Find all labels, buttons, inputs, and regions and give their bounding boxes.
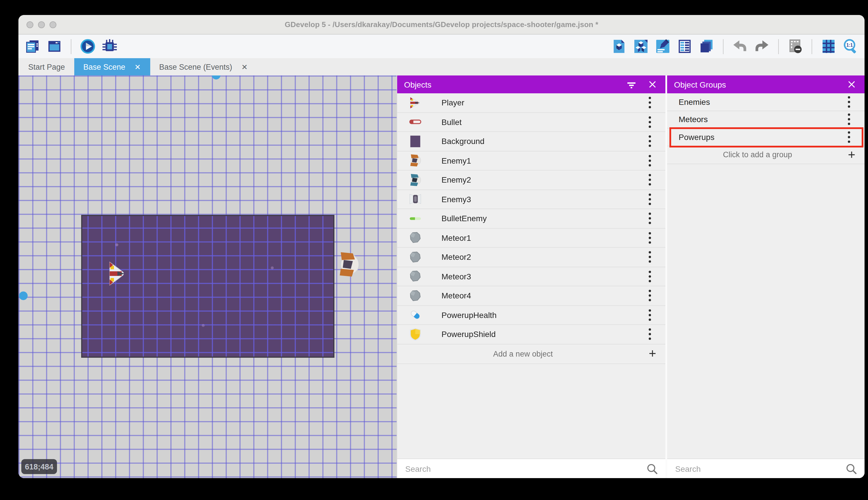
zoom-1-1-icon[interactable]: 1:1	[842, 38, 859, 55]
gdevelop-window: GDevelop 5 - /Users/dkarakay/Documents/G…	[19, 15, 865, 478]
object-row[interactable]: PowerupHealth	[397, 306, 665, 325]
powerup-health-icon	[408, 308, 422, 322]
kebab-menu-icon[interactable]	[642, 250, 657, 265]
object-groups-icon[interactable]	[633, 38, 649, 55]
toolbar-divider	[71, 39, 71, 54]
instances-list-icon[interactable]	[676, 38, 693, 55]
toolbar-divider	[778, 39, 779, 54]
kebab-menu-icon[interactable]	[642, 288, 657, 303]
kebab-menu-icon[interactable]	[842, 129, 856, 145]
tab-bar: Start PageBase Scene✕Base Scene (Events)…	[19, 58, 865, 76]
player-sprite[interactable]	[107, 260, 128, 287]
object-label: Enemy2	[442, 175, 642, 185]
toolbar-divider	[723, 39, 724, 54]
layers-icon[interactable]	[698, 38, 715, 55]
debug-icon[interactable]	[101, 38, 118, 55]
meteor-icon	[408, 289, 422, 303]
enemy3-ship-icon	[408, 192, 422, 206]
kebab-menu-icon[interactable]	[642, 192, 657, 207]
objects-panel-header: Objects	[397, 76, 665, 93]
zoom-window-button[interactable]	[49, 21, 56, 28]
enemy-sprite[interactable]	[337, 251, 361, 278]
scene-window-icon[interactable]	[46, 38, 63, 55]
objects-panel: Objects PlayerBulletBackgroundEnemy1Enem…	[397, 76, 665, 478]
scene-edge-handle-top[interactable]	[212, 76, 221, 79]
object-row[interactable]: Bullet	[397, 113, 665, 132]
object-label: Bullet	[442, 117, 642, 127]
close-panel-icon[interactable]	[646, 78, 658, 91]
project-manager-icon[interactable]	[24, 38, 41, 55]
mask-icon[interactable]	[787, 38, 804, 55]
properties-pencil-icon[interactable]	[655, 38, 671, 55]
object-row[interactable]: PowerupShield	[397, 325, 665, 344]
object-row[interactable]: Meteor3	[397, 267, 665, 286]
kebab-menu-icon[interactable]	[642, 95, 657, 110]
scene-editor-canvas[interactable]: 618;484	[19, 76, 397, 478]
kebab-menu-icon[interactable]	[642, 269, 657, 284]
object-row[interactable]: Meteor2	[397, 248, 665, 267]
group-row[interactable]: Enemies	[667, 93, 865, 111]
kebab-menu-icon[interactable]	[642, 115, 657, 129]
object-label: Background	[442, 137, 642, 146]
kebab-menu-icon[interactable]	[642, 172, 657, 188]
object-row[interactable]: Enemy1	[397, 151, 665, 171]
tab-start-page[interactable]: Start Page	[19, 58, 74, 76]
kebab-menu-icon[interactable]	[642, 211, 657, 226]
add-object-label: Add a new object	[397, 349, 649, 358]
kebab-menu-icon[interactable]	[642, 230, 657, 246]
object-row[interactable]: Enemy3	[397, 190, 665, 209]
groups-search-input[interactable]	[667, 464, 845, 473]
object-row[interactable]: Enemy2	[397, 171, 665, 190]
object-row[interactable]: Background	[397, 132, 665, 151]
plus-icon[interactable]: +	[848, 148, 855, 161]
cursor-coordinates-badge: 618;484	[21, 459, 57, 474]
object-row[interactable]: Player	[397, 93, 665, 113]
minimize-window-button[interactable]	[38, 21, 45, 28]
objects-panel-icon[interactable]	[611, 38, 627, 55]
add-group-row[interactable]: Click to add a group +	[667, 146, 865, 164]
search-icon	[646, 462, 658, 475]
object-row[interactable]: BulletEnemy	[397, 209, 665, 228]
kebab-menu-icon[interactable]	[642, 134, 657, 149]
close-tab-icon[interactable]: ✕	[134, 63, 141, 70]
grid-icon[interactable]	[820, 38, 837, 55]
preview-play-icon[interactable]	[80, 38, 96, 55]
kebab-menu-icon[interactable]	[842, 112, 856, 127]
group-row[interactable]: Meteors	[667, 111, 865, 128]
kebab-menu-icon[interactable]	[642, 153, 657, 168]
undo-icon[interactable]	[731, 38, 748, 55]
objects-search-input[interactable]	[397, 464, 646, 473]
kebab-menu-icon[interactable]	[642, 327, 657, 342]
tab-base-scene[interactable]: Base Scene✕	[74, 58, 150, 76]
group-label: Enemies	[679, 97, 842, 106]
close-tab-icon[interactable]: ✕	[242, 63, 248, 70]
close-panel-icon[interactable]	[845, 78, 858, 91]
redo-icon[interactable]	[753, 38, 770, 55]
object-label: Meteor1	[442, 233, 642, 242]
meteor-icon	[408, 270, 422, 283]
close-window-button[interactable]	[26, 21, 33, 28]
kebab-menu-icon[interactable]	[642, 308, 657, 322]
bullet-enemy-icon	[408, 212, 422, 226]
groups-panel-title: Object Groups	[674, 80, 845, 89]
groups-list: EnemiesMeteorsPowerups	[667, 93, 865, 146]
tab-base-scene-events[interactable]: Base Scene (Events)✕	[150, 58, 257, 76]
toolbar-divider	[812, 39, 812, 54]
filter-icon[interactable]	[625, 78, 638, 91]
main-toolbar: 1:1	[19, 35, 865, 58]
kebab-menu-icon[interactable]	[842, 94, 856, 110]
toolbar-right-group: 1:1	[611, 38, 859, 55]
groups-search-bar	[667, 458, 865, 478]
traffic-lights	[26, 21, 56, 28]
screen: GDevelop 5 - /Users/dkarakay/Documents/G…	[0, 0, 868, 500]
object-row[interactable]: Meteor1	[397, 228, 665, 248]
object-row[interactable]: Meteor4	[397, 286, 665, 306]
object-label: PowerupHealth	[442, 310, 642, 320]
group-row[interactable]: Powerups	[667, 128, 865, 146]
group-label: Powerups	[679, 133, 842, 142]
groups-panel-empty-area	[667, 164, 865, 458]
plus-icon[interactable]: +	[649, 347, 656, 360]
add-object-row[interactable]: Add a new object +	[397, 344, 665, 364]
scene-edge-handle-left[interactable]	[19, 292, 28, 300]
content-area: 618;484 Objects PlayerBulletBackgroundEn…	[19, 76, 865, 478]
